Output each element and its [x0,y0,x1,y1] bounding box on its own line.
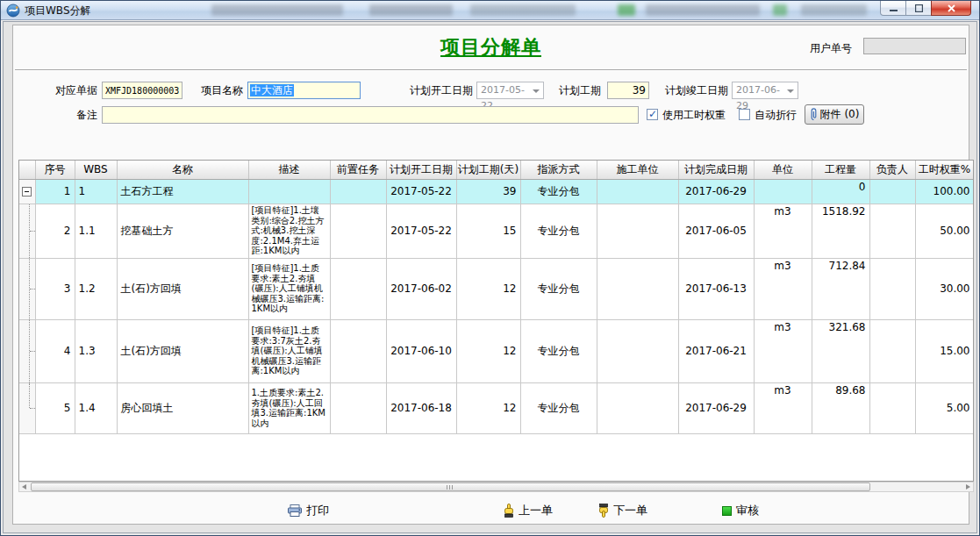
chevron-down-icon[interactable] [533,89,540,93]
cell-owner[interactable] [869,179,915,204]
attachment-button[interactable]: 附件 (0) [805,104,864,125]
cell-seq[interactable]: 2 [35,204,75,258]
table-row[interactable]: 41.3土(石)方回填[项目特征]1.土质要求:3:7灰土2.夯填(碾压):人工… [19,319,974,382]
cell-wbs[interactable]: 1.3 [75,319,117,382]
cell-start[interactable]: 2017-05-22 [386,179,456,204]
cell-finish[interactable]: 2017-06-21 [678,319,754,382]
cell-desc[interactable]: [项目特征]1.土壤类别:综合2.挖土方式:机械3.挖土深度:2.1M4.弃土运… [248,204,330,258]
tree-cell[interactable] [19,179,35,204]
cell-owner[interactable] [869,382,915,433]
minimize-button[interactable] [880,1,906,16]
column-header[interactable]: 计划开工日期 [386,161,456,179]
table-row[interactable]: 11土石方工程2017-05-2239专业分包2017-06-290100.00 [19,179,974,204]
cell-assign[interactable]: 专业分包 [520,179,597,204]
cell-days[interactable]: 15 [456,204,520,258]
cell-wbs[interactable]: 1.2 [75,258,117,319]
cell-qty[interactable]: 712.84 [812,258,869,319]
column-header[interactable]: 序号 [35,161,75,179]
column-header[interactable]: 工时权重% [915,161,974,179]
collapse-toggle-icon[interactable] [22,187,32,197]
cell-seq[interactable]: 5 [35,382,75,433]
column-header[interactable]: 名称 [117,161,248,179]
cell-days[interactable]: 12 [456,319,520,382]
cell-assign[interactable]: 专业分包 [520,319,597,382]
cell-name[interactable]: 土(石)方回填 [117,319,248,382]
scroll-right-icon[interactable] [966,484,970,490]
cell-desc[interactable] [248,179,330,204]
cell-name[interactable]: 土石方工程 [117,179,248,204]
maximize-button[interactable] [906,1,931,16]
cell-pre[interactable] [330,258,386,319]
cell-wbs[interactable]: 1 [75,179,117,204]
use-hour-weight-checkbox[interactable] [647,109,658,120]
cell-seq[interactable]: 3 [35,258,75,319]
scroll-left-icon[interactable] [22,484,26,490]
cell-qty[interactable]: 0 [812,179,869,204]
cell-unit[interactable]: m3 [754,258,812,319]
cell-name[interactable]: 房心回填土 [117,382,248,433]
chevron-down-icon[interactable] [787,89,794,93]
cell-unit[interactable]: m3 [754,382,812,433]
cell-unit[interactable]: m3 [754,319,812,382]
tree-cell[interactable] [19,382,35,433]
cell-unit[interactable]: m3 [754,204,812,258]
cell-assign[interactable]: 专业分包 [520,204,597,258]
cell-weight[interactable]: 100.00 [915,179,974,204]
cell-assign[interactable]: 专业分包 [520,258,597,319]
cell-qty[interactable]: 89.68 [812,382,869,433]
cell-weight[interactable]: 50.00 [915,204,974,258]
cell-finish[interactable]: 2017-06-13 [678,258,754,319]
cell-seq[interactable]: 4 [35,319,75,382]
cell-days[interactable]: 12 [456,382,520,433]
tree-cell[interactable] [19,204,35,258]
column-header[interactable]: WBS [75,161,117,179]
close-button[interactable] [931,1,971,16]
cell-owner[interactable] [869,258,915,319]
cell-weight[interactable]: 15.00 [915,319,974,382]
cell-wbs[interactable]: 1.1 [75,204,117,258]
cell-company[interactable] [597,179,678,204]
cell-name[interactable]: 土(石)方回填 [117,258,248,319]
cell-pre[interactable] [330,204,386,258]
column-header[interactable]: 指派方式 [520,161,597,179]
scrollbar-thumb[interactable] [31,482,870,491]
table-row[interactable]: 31.2土(石)方回填[项目特征]1.土质要求:素土2.夯填(碾压):人工铺填机… [19,258,974,319]
next-doc-button[interactable]: 下一单 [597,501,647,520]
cell-finish[interactable]: 2017-06-29 [678,382,754,433]
cell-owner[interactable] [869,204,915,258]
auto-wrap-checkbox[interactable] [739,109,750,120]
cell-start[interactable]: 2017-05-22 [386,204,456,258]
horizontal-scrollbar[interactable] [18,482,974,492]
cell-pre[interactable] [330,319,386,382]
tree-cell[interactable] [19,319,35,382]
cell-desc[interactable]: 1.土质要求:素土2.夯填(碾压):人工回填3.运输距离:1KM以内 [248,382,330,433]
column-header[interactable]: 计划完成日期 [678,161,754,179]
cell-days[interactable]: 12 [456,258,520,319]
title-bar[interactable]: 项目WBS分解 [1,1,979,20]
project-name-input[interactable]: 中大酒店 [247,82,361,99]
cell-qty[interactable]: 321.68 [812,319,869,382]
print-button[interactable]: 打印 [288,501,329,520]
cell-seq[interactable]: 1 [35,179,75,204]
table-row[interactable]: 21.1挖基础土方[项目特征]1.土壤类别:综合2.挖土方式:机械3.挖土深度:… [19,204,974,258]
cell-days[interactable]: 39 [456,179,520,204]
cell-start[interactable]: 2017-06-02 [386,258,456,319]
table-row[interactable]: 51.4房心回填土1.土质要求:素土2.夯填(碾压):人工回填3.运输距离:1K… [19,382,974,433]
cell-assign[interactable]: 专业分包 [520,382,597,433]
column-header[interactable]: 负责人 [869,161,915,179]
tree-cell[interactable] [19,258,35,319]
cell-pre[interactable] [330,382,386,433]
plan-start-datepicker[interactable]: 2017-05-22 [476,82,544,99]
cell-start[interactable]: 2017-06-18 [386,382,456,433]
tree-column-header[interactable] [19,161,35,179]
column-header[interactable]: 计划工期(天) [456,161,520,179]
plan-finish-datepicker[interactable]: 2017-06-29 [732,82,798,99]
cell-unit[interactable] [754,179,812,204]
cell-owner[interactable] [869,319,915,382]
cell-wbs[interactable]: 1.4 [75,382,117,433]
cell-company[interactable] [597,382,678,433]
cell-finish[interactable]: 2017-06-05 [678,204,754,258]
cell-qty[interactable]: 1518.92 [812,204,869,258]
column-header[interactable]: 工程量 [812,161,869,179]
doc-ref-input[interactable] [102,82,182,99]
